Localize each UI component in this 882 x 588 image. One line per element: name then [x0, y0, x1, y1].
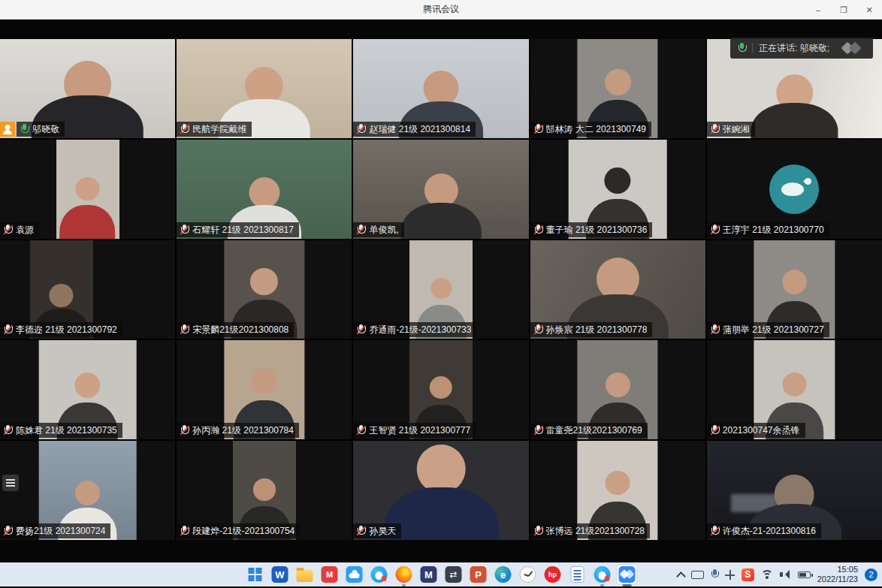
qq-chat-icon[interactable] — [370, 565, 389, 584]
video-tile[interactable]: 石耀轩 21级 2021300817 — [177, 140, 352, 239]
volume-icon[interactable] — [780, 570, 791, 579]
video-tile[interactable]: 赵瑞健 21级 2021300814 — [353, 39, 528, 138]
windows-logo-icon — [248, 567, 263, 582]
start-button[interactable] — [246, 565, 265, 584]
participant-label: 民航学院戴维 — [177, 122, 252, 137]
tencent-meeting-taskbar-icon[interactable] — [618, 565, 637, 584]
participant-label: 许俊杰-21-2021300816 — [707, 523, 821, 538]
participant-label: 张婉湘 — [707, 122, 755, 137]
tray-time: 15:05 — [837, 565, 858, 574]
mic-muted-icon — [711, 324, 719, 335]
minimize-button[interactable]: – — [805, 0, 831, 20]
meeting-bottom-strip — [0, 540, 882, 562]
mic-muted-icon — [357, 324, 365, 335]
mic-muted-icon — [357, 225, 365, 235]
tencent-meeting-window: 腾讯会议 – ❐ ✕ 正在讲话: 邬晓敬; 邬晓敬 — [0, 0, 882, 588]
taskbar-center: W M M ⇄ P e hp — [246, 562, 637, 586]
participant-label: 石耀轩 21级 2021300817 — [177, 222, 299, 237]
firefox-icon[interactable] — [394, 565, 414, 584]
mic-muted-icon — [357, 425, 365, 436]
mic-muted-icon — [180, 225, 189, 235]
participant-label: 孙昊天 — [353, 523, 401, 538]
window-controls: – ❐ ✕ — [805, 0, 882, 20]
system-tray: S 15:05 2022/11/23 2 — [678, 562, 877, 586]
keyboard-icon[interactable] — [691, 571, 704, 579]
video-tile[interactable]: 乔通雨-21级-2021300733 — [353, 240, 528, 339]
notes-app-icon[interactable] — [568, 565, 587, 584]
hp-icon[interactable]: hp — [543, 565, 563, 584]
file-explorer-icon[interactable] — [295, 565, 315, 584]
participant-label: 李德迩 21级 2021300792 — [0, 322, 122, 337]
member-list-toggle[interactable] — [2, 475, 19, 491]
video-tile[interactable]: 费扬21级 2021300724 — [0, 441, 175, 540]
video-tile[interactable]: 王淳宇 21级 2021300770 — [707, 140, 882, 239]
sogou-input-icon[interactable]: S — [742, 568, 754, 581]
participant-label: 赵瑞健 21级 2021300814 — [353, 122, 476, 137]
mic-muted-icon — [534, 425, 542, 436]
video-tile[interactable]: 蒲朋举 21级 2021300727 — [707, 240, 882, 339]
video-tile[interactable]: 陈姝君 21级 2021300735 — [0, 340, 175, 439]
participant-label: 王智贤 21级 2021300777 — [353, 423, 476, 438]
mail-app-icon[interactable]: M — [320, 565, 340, 584]
video-tile[interactable]: 孙焕宸 21级 2021300778 — [530, 240, 705, 339]
mic-muted-icon — [357, 124, 365, 134]
cloud-drive-icon[interactable] — [345, 565, 364, 584]
video-tile[interactable]: 张博远 21级2021300728 — [530, 441, 705, 540]
speaking-banner: 正在讲话: 邬晓敬; — [730, 38, 873, 59]
restore-button[interactable]: ❐ — [831, 0, 856, 20]
mic-muted-icon — [711, 225, 719, 235]
display-switch-icon[interactable]: ⇄ — [444, 565, 464, 584]
video-tile[interactable]: 李德迩 21级 2021300792 — [0, 240, 175, 339]
close-button[interactable]: ✕ — [856, 0, 882, 20]
tray-clock[interactable]: 15:05 2022/11/23 — [817, 565, 858, 584]
mic-muted-icon — [711, 526, 719, 536]
mic-muted-icon — [711, 425, 719, 436]
participant-label: 单俊凯, — [353, 222, 403, 237]
video-tile[interactable]: 郜林涛 大二 2021300749 — [530, 39, 705, 138]
battery-icon[interactable] — [798, 571, 811, 578]
video-tile[interactable]: 王智贤 21级 2021300777 — [353, 340, 528, 439]
video-tile[interactable]: 孙丙瀚 21级 2021300784 — [177, 340, 352, 439]
participant-label: 蒲朋举 21级 2021300727 — [707, 322, 829, 337]
tray-date: 2022/11/23 — [817, 574, 858, 583]
mic-active-icon — [20, 124, 29, 134]
mic-muted-icon — [534, 324, 542, 335]
m-app-icon[interactable]: M — [419, 565, 439, 584]
mic-muted-icon — [534, 124, 542, 134]
input-tool-icon[interactable] — [725, 570, 735, 580]
mic-muted-icon — [180, 526, 189, 536]
participant-label: 宋景麟21级2021300808 — [177, 322, 294, 337]
participant-label: 邬晓敬 — [17, 122, 65, 137]
video-tile[interactable]: 雷童尧21级2021300769 — [530, 340, 705, 439]
participant-label: 张博远 21级2021300728 — [530, 523, 650, 538]
edge-icon[interactable]: e — [494, 565, 513, 584]
mic-muted-icon — [4, 425, 12, 436]
titlebar: 腾讯会议 – ❐ ✕ — [0, 0, 882, 20]
video-tile[interactable]: 段建烨-21级-2021300754 — [177, 441, 352, 540]
clock-app-icon[interactable] — [518, 565, 538, 584]
video-tile[interactable]: 孙昊天 — [353, 441, 528, 540]
video-tile[interactable]: 董子瑜 21级 2021300736 — [530, 140, 705, 239]
word-icon[interactable]: W — [270, 565, 290, 584]
tray-mic-icon[interactable] — [711, 569, 718, 580]
mic-muted-icon — [180, 324, 189, 335]
video-tile[interactable]: 袁源 — [0, 140, 175, 239]
powerpoint-icon[interactable]: P — [469, 565, 488, 584]
video-tile[interactable]: 单俊凯, — [353, 140, 528, 239]
video-tile[interactable]: 宋景麟21级2021300808 — [177, 240, 352, 339]
video-tile[interactable]: 2021300747余烝锋 — [707, 340, 882, 439]
mic-muted-icon — [711, 124, 719, 134]
wifi-icon[interactable] — [761, 570, 773, 579]
speaking-label: 正在讲话: 邬晓敬; — [759, 42, 829, 55]
video-tile[interactable]: 民航学院戴维 — [177, 39, 352, 138]
video-tile[interactable]: 邬晓敬 — [0, 39, 175, 138]
video-tile[interactable]: 许俊杰-21-2021300816 — [707, 441, 882, 540]
participant-label: 袁源 — [0, 222, 39, 237]
mic-muted-icon — [534, 526, 542, 536]
tray-expand-icon[interactable] — [676, 571, 686, 581]
qq-chat-2-icon[interactable] — [593, 565, 612, 584]
notification-badge[interactable]: 2 — [865, 568, 877, 581]
meeting-top-strip — [0, 20, 882, 39]
whale-avatar — [769, 164, 819, 214]
mic-muted-icon — [180, 124, 189, 134]
